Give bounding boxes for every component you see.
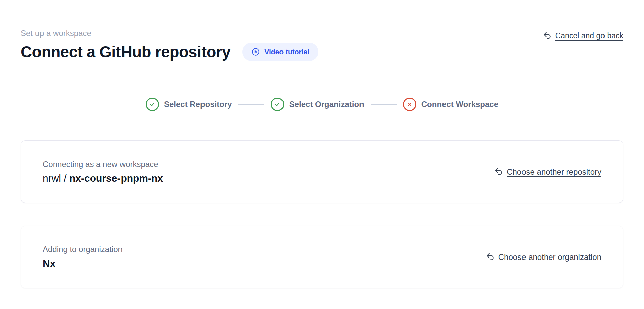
header-left: Set up a workspace Connect a GitHub repo… — [21, 29, 318, 61]
video-tutorial-label: Video tutorial — [264, 48, 309, 56]
repository-name: nrwl / nx-course-pnpm-nx — [43, 173, 163, 184]
setup-stepper: Select Repository Select Organization Co… — [21, 98, 623, 111]
choose-another-repository-link[interactable]: Choose another repository — [494, 167, 601, 177]
undo-arrow-icon — [543, 32, 552, 40]
choose-another-repository-label: Choose another repository — [507, 167, 601, 177]
step-label-select-organization: Select Organization — [289, 100, 364, 109]
repository-card-info: Connecting as a new workspace nrwl / nx-… — [43, 160, 163, 184]
check-circle-icon — [271, 98, 284, 111]
page-header: Set up a workspace Connect a GitHub repo… — [21, 29, 623, 61]
cancel-and-go-back-link[interactable]: Cancel and go back — [543, 31, 623, 40]
step-connector — [238, 104, 264, 105]
cancel-link-label: Cancel and go back — [555, 31, 623, 40]
step-label-connect-workspace: Connect Workspace — [421, 100, 498, 109]
title-row: Connect a GitHub repository Video tutori… — [21, 43, 318, 61]
step-connect-workspace: Connect Workspace — [403, 98, 498, 111]
undo-arrow-icon — [486, 253, 495, 262]
step-select-organization: Select Organization — [271, 98, 364, 111]
page-title: Connect a GitHub repository — [21, 43, 230, 61]
video-tutorial-button[interactable]: Video tutorial — [242, 43, 318, 61]
organization-name: Nx — [43, 258, 123, 269]
choose-another-organization-link[interactable]: Choose another organization — [486, 252, 601, 262]
organization-card-info: Adding to organization Nx — [43, 245, 123, 269]
repository-owner: nrwl / — [43, 173, 69, 184]
choose-another-organization-label: Choose another organization — [498, 252, 601, 262]
repository-card-label: Connecting as a new workspace — [43, 160, 163, 169]
organization-name-text: Nx — [43, 258, 55, 269]
organization-card-label: Adding to organization — [43, 245, 123, 254]
x-circle-icon — [403, 98, 416, 111]
connect-github-repository-page: Set up a workspace Connect a GitHub repo… — [21, 29, 623, 288]
repository-repo: nx-course-pnpm-nx — [69, 173, 163, 184]
undo-arrow-icon — [494, 168, 503, 176]
step-label-select-repository: Select Repository — [164, 100, 232, 109]
organization-card: Adding to organization Nx Choose another… — [21, 226, 623, 288]
step-connector — [371, 104, 397, 105]
play-circle-icon — [251, 47, 260, 56]
step-select-repository: Select Repository — [146, 98, 232, 111]
check-circle-icon — [146, 98, 159, 111]
repository-card: Connecting as a new workspace nrwl / nx-… — [21, 140, 623, 203]
eyebrow-label: Set up a workspace — [21, 29, 318, 38]
